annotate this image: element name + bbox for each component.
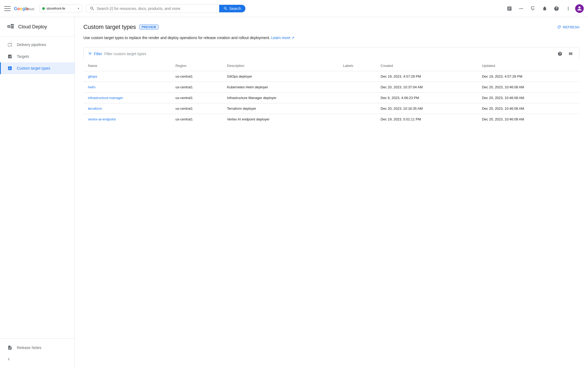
search-button[interactable]: Search <box>219 5 245 12</box>
sidebar-bottom: Release Notes <box>0 338 75 368</box>
cell-labels <box>339 114 376 125</box>
refresh-label: REFRESH <box>563 25 579 29</box>
cell-created: Dec 20, 2023, 10:37:04 AM <box>376 82 478 93</box>
monitor-icon-button[interactable] <box>528 4 538 13</box>
google-cloud-logo: Google Cloud <box>14 5 34 12</box>
cell-labels <box>339 71 376 82</box>
sidebar-collapse-button[interactable] <box>0 354 75 365</box>
hamburger-menu[interactable] <box>4 5 11 12</box>
table-body: gitopsus-central1GitOps deployerDec 19, … <box>84 71 579 125</box>
cell-region: us-central1 <box>171 103 223 114</box>
sidebar-item-custom-target-types[interactable]: Custom target types <box>0 62 75 74</box>
cell-name: infrastructure-manager <box>84 93 171 103</box>
release-notes-icon <box>7 345 13 350</box>
search-button-icon <box>223 6 228 11</box>
svg-rect-4 <box>8 26 10 27</box>
cell-description: GitOps deployer <box>223 71 339 82</box>
sidebar-item-targets-label: Targets <box>17 54 29 59</box>
cell-created: Dec 20, 2023, 10:16:35 AM <box>376 103 478 114</box>
help-icon-button[interactable] <box>552 4 561 13</box>
filter-placeholder: Filter custom target types <box>104 52 554 56</box>
refresh-icon <box>557 25 561 29</box>
notifications-icon-button[interactable] <box>540 4 550 13</box>
filter-label: Filter <box>94 52 102 56</box>
cell-description: Kubernetes Helm deployer <box>223 82 339 93</box>
columns-button[interactable] <box>566 50 575 58</box>
project-name: storefront-fe <box>47 6 76 10</box>
sidebar-title: Cloud Deploy <box>18 24 47 30</box>
table-row: terraformus-central1Terraform deployerDe… <box>84 103 579 114</box>
avatar[interactable] <box>575 4 584 13</box>
cell-name: helm <box>84 82 171 93</box>
refresh-button[interactable]: REFRESH <box>557 25 579 29</box>
cell-region: us-central1 <box>171 114 223 125</box>
main-layout: Cloud Deploy Delivery pipelines Targets … <box>0 17 588 368</box>
more-icon-button[interactable] <box>563 4 573 13</box>
cell-description: Infrastructure Manager deployer <box>223 93 339 103</box>
row-name-link[interactable]: infrastructure-manager <box>88 96 123 100</box>
learn-more-link[interactable]: Learn more ↗ <box>271 36 295 40</box>
svg-rect-7 <box>11 27 14 28</box>
page-header: Custom target types PREVIEW REFRESH <box>83 24 579 31</box>
sidebar-item-custom-target-types-label: Custom target types <box>17 66 50 70</box>
topbar: Google Cloud storefront-fe ▾ Search <box>0 0 588 17</box>
sidebar-item-delivery-pipelines[interactable]: Delivery pipelines <box>0 39 75 51</box>
cell-created: Dec 6, 2023, 4:06:23 PM <box>376 93 478 103</box>
col-header-region: Region <box>171 60 223 71</box>
filter-button[interactable]: Filter <box>88 52 102 56</box>
table-row: vertex-ai-endpointus-central1Vertex AI e… <box>84 114 579 125</box>
sidebar-item-release-notes[interactable]: Release Notes <box>0 342 75 354</box>
edit-icon-button[interactable] <box>505 4 514 13</box>
cell-updated: Dec 20, 2023, 10:46:08 AM <box>478 103 579 114</box>
cell-updated: Dec 20, 2023, 10:46:09 AM <box>478 114 579 125</box>
page-description: Use custom target types to replace the r… <box>83 35 579 41</box>
preview-badge: PREVIEW <box>139 25 158 29</box>
row-name-link[interactable]: helm <box>88 85 95 89</box>
cell-labels <box>339 82 376 93</box>
row-name-link[interactable]: gitops <box>88 74 97 78</box>
sidebar-nav: Delivery pipelines Targets Custom target… <box>0 37 75 338</box>
custom-target-types-icon <box>7 66 13 71</box>
content-area: Custom target types PREVIEW REFRESH Use … <box>75 17 588 368</box>
cell-created: Dec 19, 2023, 5:01:11 PM <box>376 114 478 125</box>
sidebar-item-targets[interactable]: Targets <box>0 51 75 62</box>
external-link-icon: ↗ <box>291 36 295 40</box>
help-table-icon <box>558 51 562 56</box>
toolbar-right <box>556 50 575 58</box>
columns-icon <box>568 51 573 56</box>
data-table: Name Region Description Labels Created U… <box>83 60 579 125</box>
cell-updated: Dec 20, 2023, 10:46:08 AM <box>478 93 579 103</box>
cell-region: us-central1 <box>171 71 223 82</box>
filter-icon <box>88 52 92 56</box>
search-input[interactable] <box>97 6 217 11</box>
search-button-label: Search <box>229 6 241 11</box>
sidebar: Cloud Deploy Delivery pipelines Targets … <box>0 17 75 368</box>
help-table-button[interactable] <box>556 50 564 58</box>
targets-icon <box>7 54 13 59</box>
cell-region: us-central1 <box>171 93 223 103</box>
project-selector[interactable]: storefront-fe ▾ <box>39 5 82 12</box>
delivery-pipelines-icon <box>7 42 13 47</box>
table-header: Name Region Description Labels Created U… <box>84 60 579 71</box>
row-name-link[interactable]: vertex-ai-endpoint <box>88 117 116 121</box>
cell-labels <box>339 93 376 103</box>
page-title: Custom target types <box>83 24 136 31</box>
cell-name: vertex-ai-endpoint <box>84 114 171 125</box>
table-row: gitopsus-central1GitOps deployerDec 19, … <box>84 71 579 82</box>
sidebar-header: Cloud Deploy <box>0 17 75 37</box>
apps-icon-button[interactable] <box>516 4 526 13</box>
cell-name: terraform <box>84 103 171 114</box>
row-name-link[interactable]: terraform <box>88 107 102 111</box>
col-header-description: Description <box>223 60 339 71</box>
cell-created: Dec 19, 2023, 4:57:28 PM <box>376 71 478 82</box>
search-bar: Search <box>85 4 246 13</box>
cell-updated: Dec 20, 2023, 10:46:08 AM <box>478 82 579 93</box>
cell-description: Vertex AI endpoint deployer <box>223 114 339 125</box>
chevron-down-icon: ▾ <box>78 7 79 10</box>
cloud-deploy-icon <box>6 22 15 31</box>
search-icon <box>90 6 95 11</box>
sidebar-item-release-notes-label: Release Notes <box>17 346 41 350</box>
col-header-name: Name <box>84 60 171 71</box>
col-header-created: Created <box>376 60 478 71</box>
table-row: helmus-central1Kubernetes Helm deployerD… <box>84 82 579 93</box>
